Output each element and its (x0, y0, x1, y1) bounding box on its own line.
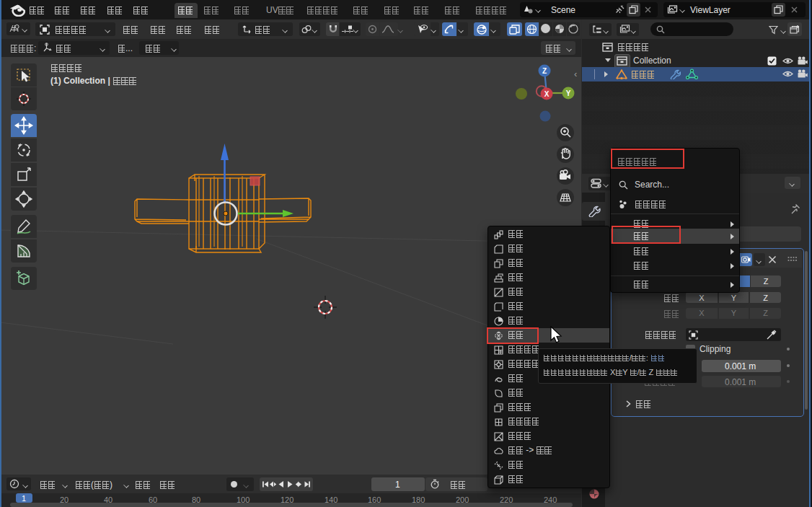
svg-text:X: X (544, 90, 550, 98)
svg-text:Z: Z (542, 67, 547, 75)
svg-text:Y: Y (566, 89, 571, 97)
